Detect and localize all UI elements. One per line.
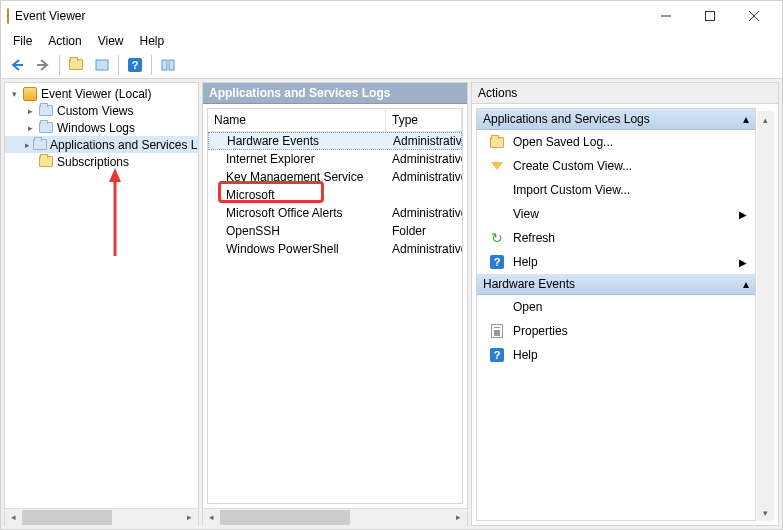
scroll-right-icon[interactable]: ▸ [450,509,467,526]
action-item[interactable]: View▶ [477,202,755,226]
cell-name: Key Management Service [208,170,386,184]
submenu-icon: ▶ [739,209,747,220]
cell-type: Administrative [386,152,462,166]
svg-rect-4 [96,60,108,70]
list-row[interactable]: Key Management ServiceAdministrative [208,168,462,186]
cell-type: Administrative [387,134,461,148]
expand-icon[interactable]: ▸ [25,106,35,116]
list-row[interactable]: Hardware EventsAdministrative [208,132,462,150]
section-title: Hardware Events [483,277,575,291]
action-label: Help [513,348,538,362]
action-item[interactable]: ?Help▶ [477,250,755,274]
tree-view[interactable]: ▾ Event Viewer (Local) ▸ Custom Views ▸ … [5,83,198,508]
minimize-button[interactable] [644,2,688,30]
tree-item-label: Applications and Services Logs [50,138,198,152]
actions-section-hardwareevents[interactable]: Hardware Events ▴ [477,274,755,295]
col-name[interactable]: Name [208,109,386,131]
actions-body: Applications and Services Logs ▴ Open Sa… [476,108,756,521]
list-hscrollbar[interactable]: ◂ ▸ [203,508,467,525]
close-button[interactable] [732,2,776,30]
actions-section2-items: OpenProperties?Help [477,295,755,367]
list-view[interactable]: Name Type Hardware EventsAdministrativeI… [207,108,463,504]
expand-icon[interactable]: ▸ [25,140,30,150]
actions-section-appserviceslogs[interactable]: Applications and Services Logs ▴ [477,109,755,130]
app-icon [7,9,9,23]
collapse-icon[interactable]: ▾ [9,89,19,99]
svg-rect-6 [169,60,174,70]
menu-view[interactable]: View [90,32,132,50]
list-header: Applications and Services Logs [203,83,467,104]
folder-icon [33,137,47,153]
maximize-button[interactable] [688,2,732,30]
menu-bar: File Action View Help [1,31,782,51]
cell-name: Internet Explorer [208,152,386,166]
tree-item-windowslogs[interactable]: ▸ Windows Logs [5,119,198,136]
submenu-icon: ▶ [739,257,747,268]
scroll-left-icon[interactable]: ◂ [203,509,220,526]
blank [25,157,35,167]
blank-icon [489,206,505,222]
action-item[interactable]: Properties [477,319,755,343]
menu-action[interactable]: Action [40,32,89,50]
menu-file[interactable]: File [5,32,40,50]
list-columns: Name Type [208,109,462,132]
action-item[interactable]: ↻Refresh [477,226,755,250]
cell-name: OpenSSH [208,224,386,238]
svg-rect-1 [706,12,715,21]
separator [59,55,60,75]
main-area: ▾ Event Viewer (Local) ▸ Custom Views ▸ … [1,79,782,529]
tree-root[interactable]: ▾ Event Viewer (Local) [5,85,198,102]
tree-item-label: Custom Views [57,104,133,118]
list-body: Hardware EventsAdministrativeInternet Ex… [208,132,462,503]
scroll-down-icon[interactable]: ▾ [757,504,774,521]
open-folder-button[interactable] [64,53,88,77]
action-item[interactable]: Open Saved Log... [477,130,755,154]
list-row[interactable]: Internet ExplorerAdministrative [208,150,462,168]
list-row[interactable]: Microsoft [208,186,462,204]
folder-icon [38,103,54,119]
actions-vscrollbar[interactable]: ▴ ▾ [757,111,774,521]
tree-hscrollbar[interactable]: ◂ ▸ [5,508,198,525]
cell-name: Hardware Events [209,134,387,148]
tree-item-subscriptions[interactable]: Subscriptions [5,153,198,170]
cell-name: Microsoft Office Alerts [208,206,386,220]
action-item[interactable]: Create Custom View... [477,154,755,178]
scroll-left-icon[interactable]: ◂ [5,509,22,526]
tree-item-label: Windows Logs [57,121,135,135]
section-title: Applications and Services Logs [483,112,650,126]
tree-item-label: Subscriptions [57,155,129,169]
expand-icon[interactable]: ▸ [25,123,35,133]
collapse-icon[interactable]: ▴ [743,112,749,126]
scroll-right-icon[interactable]: ▸ [181,509,198,526]
svg-rect-5 [162,60,167,70]
cell-type: Administrative [386,206,462,220]
tree-item-appserviceslogs[interactable]: ▸ Applications and Services Logs [5,136,198,153]
forward-button[interactable] [31,53,55,77]
action-label: Open Saved Log... [513,135,613,149]
window-title: Event Viewer [15,9,644,23]
cell-name: Windows PowerShell [208,242,386,256]
list-row[interactable]: Microsoft Office AlertsAdministrative [208,204,462,222]
back-button[interactable] [5,53,29,77]
collapse-icon[interactable]: ▴ [743,277,749,291]
tree-item-customviews[interactable]: ▸ Custom Views [5,102,198,119]
action-label: View [513,207,539,221]
menu-help[interactable]: Help [132,32,173,50]
help-button[interactable]: ? [123,53,147,77]
col-type[interactable]: Type [386,109,462,131]
action-item[interactable]: ?Help [477,343,755,367]
action-item[interactable]: Import Custom View... [477,178,755,202]
view-button[interactable] [90,53,114,77]
action-label: Import Custom View... [513,183,630,197]
panels-button[interactable] [156,53,180,77]
blank-icon [489,182,505,198]
blank-icon [489,299,505,315]
refresh-icon: ↻ [489,230,505,246]
action-label: Properties [513,324,568,338]
cell-type: Folder [386,224,462,238]
action-item[interactable]: Open [477,295,755,319]
toolbar: ? [1,51,782,79]
scroll-up-icon[interactable]: ▴ [757,111,774,128]
list-row[interactable]: OpenSSHFolder [208,222,462,240]
list-row[interactable]: Windows PowerShellAdministrative [208,240,462,258]
